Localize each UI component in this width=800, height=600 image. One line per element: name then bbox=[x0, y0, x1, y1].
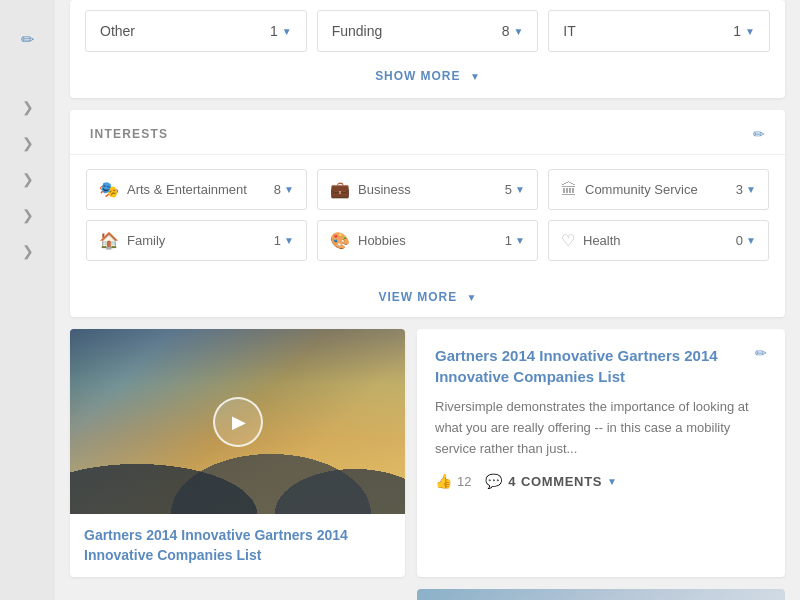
play-button[interactable]: ▶ bbox=[213, 397, 263, 447]
comment-icon: 💬 bbox=[485, 473, 503, 489]
second-post-right-thumbnail bbox=[417, 589, 785, 600]
post-video-card: ▶ Gartners 2014 Innovative Gartners 2014… bbox=[70, 329, 405, 577]
view-more-label: VIEW MORE bbox=[378, 290, 457, 304]
business-icon: 💼 bbox=[330, 180, 350, 199]
interest-community[interactable]: 🏛 Community Service 3 ▼ bbox=[548, 169, 769, 210]
interest-business-name: Business bbox=[358, 182, 497, 197]
interest-hobbies[interactable]: 🎨 Hobbies 1 ▼ bbox=[317, 220, 538, 261]
business-arrow: ▼ bbox=[515, 184, 525, 195]
interest-arts-count: 8 ▼ bbox=[274, 182, 294, 197]
family-icon: 🏠 bbox=[99, 231, 119, 250]
article-body: Gartners 2014 Innovative Gartners 2014 I… bbox=[417, 329, 785, 501]
play-icon: ▶ bbox=[232, 411, 246, 433]
category-funding-name: Funding bbox=[332, 23, 383, 39]
category-funding-arrow: ▼ bbox=[513, 26, 523, 37]
sidebar-chevron-2[interactable]: ❯ bbox=[22, 135, 34, 151]
interest-business-count: 5 ▼ bbox=[505, 182, 525, 197]
comments-label: COMMENTS bbox=[521, 474, 602, 489]
arts-icon: 🎭 bbox=[99, 180, 119, 199]
sidebar-chevron-4[interactable]: ❯ bbox=[22, 207, 34, 223]
interest-arts-name: Arts & Entertainment bbox=[127, 182, 266, 197]
hobbies-arrow: ▼ bbox=[515, 235, 525, 246]
show-more-label: SHOW MORE bbox=[375, 69, 460, 83]
category-funding[interactable]: Funding 8 ▼ bbox=[317, 10, 539, 52]
like-number: 12 bbox=[457, 474, 471, 489]
category-other-arrow: ▼ bbox=[282, 26, 292, 37]
family-arrow: ▼ bbox=[284, 235, 294, 246]
category-other-name: Other bbox=[100, 23, 135, 39]
hobbies-icon: 🎨 bbox=[330, 231, 350, 250]
interest-health-name: Health bbox=[583, 233, 728, 248]
video-card-body: Gartners 2014 Innovative Gartners 2014 I… bbox=[70, 514, 405, 577]
sidebar: ✏ ❯ ❯ ❯ ❯ ❯ bbox=[0, 0, 55, 600]
video-post-title[interactable]: Gartners 2014 Innovative Gartners 2014 I… bbox=[84, 526, 391, 565]
category-it-arrow: ▼ bbox=[745, 26, 755, 37]
comment-count[interactable]: 💬 4 COMMENTS ▼ bbox=[485, 473, 617, 489]
show-more-row[interactable]: SHOW MORE ▼ bbox=[70, 52, 785, 98]
interest-community-name: Community Service bbox=[585, 182, 728, 197]
interest-business[interactable]: 💼 Business 5 ▼ bbox=[317, 169, 538, 210]
article-edit-icon[interactable]: ✏ bbox=[755, 345, 767, 361]
sidebar-pencil-icon[interactable]: ✏ bbox=[21, 30, 34, 49]
interest-family[interactable]: 🏠 Family 1 ▼ bbox=[86, 220, 307, 261]
category-funding-count: 8 ▼ bbox=[502, 23, 524, 39]
interest-hobbies-count: 1 ▼ bbox=[505, 233, 525, 248]
like-count: 👍 12 bbox=[435, 473, 471, 489]
comment-number: 4 bbox=[508, 474, 516, 489]
post-article-card: Gartners 2014 Innovative Gartners 2014 I… bbox=[417, 329, 785, 577]
interests-card: INTERESTS ✏ 🎭 Arts & Entertainment 8 ▼ 💼… bbox=[70, 110, 785, 317]
video-thumbnail: ▶ bbox=[70, 329, 405, 514]
second-posts-row bbox=[70, 589, 785, 600]
posts-row: ▶ Gartners 2014 Innovative Gartners 2014… bbox=[70, 329, 785, 577]
like-icon: 👍 bbox=[435, 473, 452, 489]
sidebar-chevron-1[interactable]: ❯ bbox=[22, 99, 34, 115]
interest-family-count: 1 ▼ bbox=[274, 233, 294, 248]
second-thumbnail-image bbox=[417, 589, 785, 600]
category-it[interactable]: IT 1 ▼ bbox=[548, 10, 770, 52]
category-other[interactable]: Other 1 ▼ bbox=[85, 10, 307, 52]
interest-arts[interactable]: 🎭 Arts & Entertainment 8 ▼ bbox=[86, 169, 307, 210]
article-title[interactable]: Gartners 2014 Innovative Gartners 2014 I… bbox=[435, 345, 747, 387]
interest-hobbies-name: Hobbies bbox=[358, 233, 497, 248]
community-arrow: ▼ bbox=[746, 184, 756, 195]
main-content: Other 1 ▼ Funding 8 ▼ IT 1 ▼ bbox=[55, 0, 800, 600]
comments-chevron: ▼ bbox=[607, 476, 618, 487]
community-icon: 🏛 bbox=[561, 181, 577, 199]
interest-community-count: 3 ▼ bbox=[736, 182, 756, 197]
interests-edit-icon[interactable]: ✏ bbox=[753, 126, 765, 142]
article-actions: 👍 12 💬 4 COMMENTS ▼ bbox=[435, 473, 767, 489]
interest-health-count: 0 ▼ bbox=[736, 233, 756, 248]
arts-arrow: ▼ bbox=[284, 184, 294, 195]
second-post-left-placeholder bbox=[70, 589, 405, 600]
category-it-name: IT bbox=[563, 23, 575, 39]
view-more-row[interactable]: VIEW MORE ▼ bbox=[70, 275, 785, 317]
health-icon: ♡ bbox=[561, 231, 575, 250]
article-description: Riversimple demonstrates the importance … bbox=[435, 397, 767, 459]
interest-health[interactable]: ♡ Health 0 ▼ bbox=[548, 220, 769, 261]
sidebar-chevron-5[interactable]: ❯ bbox=[22, 243, 34, 259]
categories-row: Other 1 ▼ Funding 8 ▼ IT 1 ▼ bbox=[70, 0, 785, 52]
article-title-row: Gartners 2014 Innovative Gartners 2014 I… bbox=[435, 345, 767, 387]
interests-grid: 🎭 Arts & Entertainment 8 ▼ 💼 Business 5 … bbox=[70, 155, 785, 275]
health-arrow: ▼ bbox=[746, 235, 756, 246]
interests-header: INTERESTS ✏ bbox=[70, 110, 785, 155]
category-it-count: 1 ▼ bbox=[733, 23, 755, 39]
show-more-chevron: ▼ bbox=[470, 71, 480, 82]
interest-family-name: Family bbox=[127, 233, 266, 248]
categories-card: Other 1 ▼ Funding 8 ▼ IT 1 ▼ bbox=[70, 0, 785, 98]
category-other-count: 1 ▼ bbox=[270, 23, 292, 39]
view-more-chevron: ▼ bbox=[467, 292, 477, 303]
sidebar-chevron-3[interactable]: ❯ bbox=[22, 171, 34, 187]
interests-title: INTERESTS bbox=[90, 127, 168, 141]
